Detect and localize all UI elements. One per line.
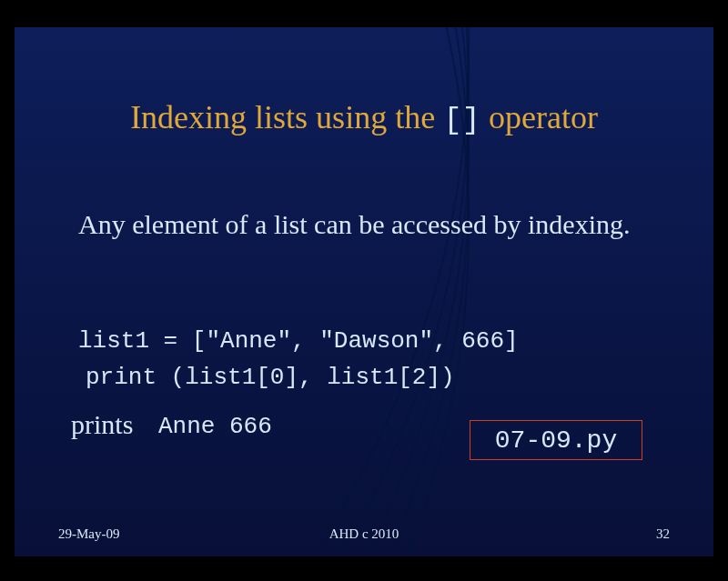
title-code-brackets: [] bbox=[443, 103, 480, 137]
slide: Indexing lists using the [] operator Any… bbox=[15, 27, 713, 556]
footer-center: AHD c 2010 bbox=[15, 526, 713, 542]
title-text-part1: Indexing lists using the bbox=[130, 99, 443, 135]
filename-box: 07-09.py bbox=[470, 420, 642, 460]
title-text-part2: operator bbox=[480, 99, 598, 135]
code-line-2: print (list1[0], list1[2]) bbox=[86, 364, 455, 391]
slide-title: Indexing lists using the [] operator bbox=[15, 98, 713, 137]
prints-label: prints bbox=[71, 409, 133, 440]
prints-output: Anne 666 bbox=[158, 413, 272, 440]
footer-page-number: 32 bbox=[656, 526, 670, 542]
body-paragraph: Any element of a list can be accessed by… bbox=[78, 205, 661, 244]
filename-text: 07-09.py bbox=[495, 426, 617, 455]
code-line-1: list1 = ["Anne", "Dawson", 666] bbox=[78, 327, 519, 355]
